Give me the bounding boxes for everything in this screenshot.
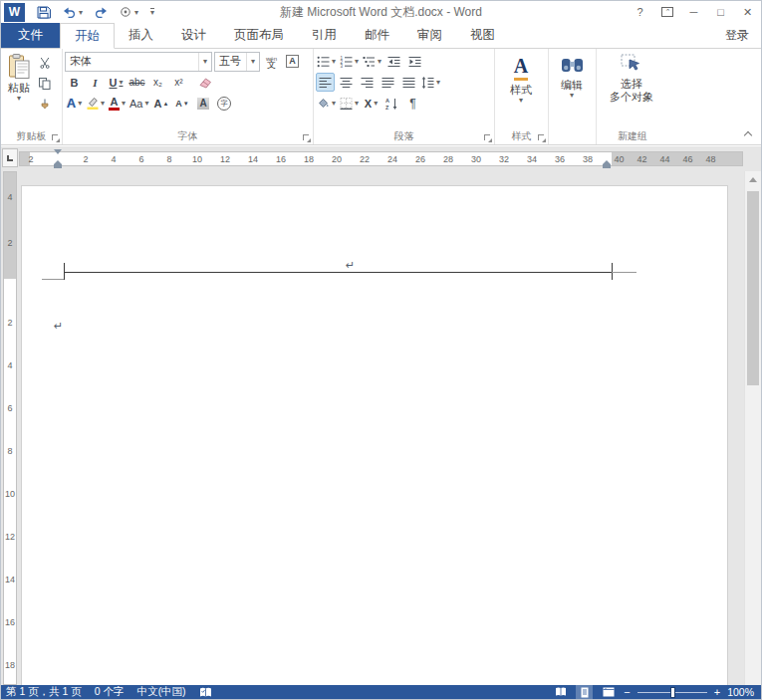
- phonetic-guide-button[interactable]: wén 文: [262, 52, 281, 71]
- format-painter-button[interactable]: [35, 95, 54, 114]
- change-case-button[interactable]: Aa: [128, 94, 149, 113]
- tab-references[interactable]: 引用: [298, 23, 351, 48]
- tab-mailings[interactable]: 邮件: [351, 23, 403, 48]
- multilevel-list-button[interactable]: [362, 52, 382, 71]
- vertical-scrollbar[interactable]: [744, 171, 761, 685]
- tab-home[interactable]: 开始: [60, 23, 115, 49]
- styles-button[interactable]: A 样式 ▾: [497, 51, 545, 127]
- zoom-slider[interactable]: [637, 692, 707, 693]
- collapse-ribbon-button[interactable]: [741, 127, 755, 139]
- bullets-button[interactable]: [316, 52, 337, 71]
- italic-button[interactable]: I: [86, 73, 105, 92]
- line-spacing-button[interactable]: [420, 73, 441, 92]
- minimize-button[interactable]: ─: [680, 1, 707, 23]
- vertical-ruler[interactable]: 42 24681012141618: [1, 171, 19, 685]
- print-layout-view-button[interactable]: [576, 685, 593, 699]
- font-name-dropdown-arrow[interactable]: ▾: [198, 53, 211, 71]
- hanging-indent-marker[interactable]: [54, 160, 62, 168]
- language-status[interactable]: 中文(中国): [137, 685, 186, 699]
- page-number-status[interactable]: 第 1 页，共 1 页: [6, 685, 82, 699]
- clear-formatting-button[interactable]: [196, 73, 215, 92]
- highlight-button[interactable]: [86, 94, 106, 113]
- tab-review[interactable]: 审阅: [403, 23, 456, 48]
- ribbon: 粘贴 ▾ 剪贴板: [1, 49, 761, 145]
- font-dialog-launcher[interactable]: [302, 133, 311, 142]
- borders-button[interactable]: [339, 94, 360, 113]
- shading-bucket-icon: [317, 98, 330, 110]
- scrollbar-thumb[interactable]: [747, 191, 759, 385]
- proofing-status-button[interactable]: [199, 687, 212, 698]
- zoom-percentage[interactable]: 100%: [727, 686, 754, 698]
- select-multiple-objects-button[interactable]: 选择 多个对象: [599, 51, 664, 127]
- right-indent-marker[interactable]: [603, 160, 611, 168]
- character-border-button[interactable]: A: [283, 52, 302, 71]
- decrease-indent-button[interactable]: [384, 52, 403, 71]
- font-size-combo[interactable]: 五号▾: [214, 52, 260, 72]
- justify-icon: [381, 77, 394, 89]
- touch-mode-button[interactable]: [120, 6, 138, 18]
- font-name-combo[interactable]: 宋体▾: [65, 52, 212, 72]
- read-mode-view-button[interactable]: [552, 685, 569, 699]
- align-right-button[interactable]: [358, 73, 377, 92]
- increase-indent-button[interactable]: [405, 52, 424, 71]
- redo-button[interactable]: [95, 7, 108, 18]
- horizontal-ruler[interactable]: 2 2468101214161820222426283032343638 404…: [1, 146, 761, 171]
- tab-page-layout[interactable]: 页面布局: [220, 23, 298, 48]
- document-page[interactable]: ↵ ↵: [21, 185, 728, 685]
- web-layout-view-button[interactable]: [600, 685, 617, 699]
- align-left-button[interactable]: [316, 73, 335, 92]
- paragraph-mark-center: ↵: [346, 260, 355, 271]
- clipboard-dialog-launcher[interactable]: [51, 133, 60, 142]
- tab-insert[interactable]: 插入: [115, 23, 167, 48]
- enclose-characters-button[interactable]: 字: [215, 94, 234, 113]
- save-button[interactable]: [37, 6, 51, 19]
- scroll-up-arrow-icon[interactable]: [749, 177, 757, 182]
- ruler-numbers-main: 2468101214161820222426283032343638: [72, 151, 602, 166]
- grow-font-button[interactable]: A▲: [152, 94, 171, 113]
- show-hide-marks-button[interactable]: ¶: [403, 94, 422, 113]
- sort-button[interactable]: AZ: [382, 94, 401, 113]
- strikethrough-button[interactable]: abc: [127, 73, 146, 92]
- character-shading-button[interactable]: A: [194, 94, 213, 113]
- text-effects-button[interactable]: A: [65, 94, 84, 113]
- zoom-slider-thumb[interactable]: [670, 687, 675, 698]
- close-button[interactable]: ✕: [734, 1, 761, 23]
- superscript-button[interactable]: x²: [169, 73, 188, 92]
- paste-button[interactable]: 粘贴 ▾: [3, 51, 35, 127]
- maximize-button[interactable]: □: [707, 1, 734, 23]
- zoom-in-button[interactable]: +: [714, 687, 720, 698]
- text-effects-icon: A: [67, 96, 76, 111]
- asian-layout-button[interactable]: X: [362, 94, 381, 113]
- styles-dialog-launcher[interactable]: [537, 133, 546, 142]
- distribute-button[interactable]: [399, 73, 418, 92]
- undo-button[interactable]: [63, 7, 83, 18]
- align-center-button[interactable]: [337, 73, 356, 92]
- cut-button[interactable]: [35, 53, 54, 72]
- bold-button[interactable]: B: [65, 73, 84, 92]
- ribbon-display-options-icon: ⌃: [661, 7, 673, 17]
- tab-selector-button[interactable]: [2, 148, 18, 167]
- tab-design[interactable]: 设计: [167, 23, 220, 48]
- justify-button[interactable]: [379, 73, 397, 92]
- signin-link[interactable]: 登录: [713, 23, 761, 48]
- help-button[interactable]: ?: [627, 1, 653, 23]
- first-line-indent-marker[interactable]: [54, 149, 62, 154]
- tab-view[interactable]: 视图: [456, 23, 509, 48]
- horizontal-line[interactable]: [64, 272, 612, 273]
- font-size-dropdown-arrow[interactable]: ▾: [246, 53, 259, 71]
- copy-button[interactable]: [35, 74, 54, 93]
- subscript-button[interactable]: x₂: [148, 73, 167, 92]
- editing-button[interactable]: 编辑 ▾: [551, 51, 593, 127]
- ribbon-display-options-button[interactable]: ⌃: [653, 1, 680, 23]
- underline-button[interactable]: U: [107, 73, 126, 92]
- customize-qat-button[interactable]: ▾: [150, 8, 154, 16]
- eraser-icon: [199, 77, 212, 89]
- shrink-font-button[interactable]: A▼: [173, 94, 192, 113]
- paragraph-dialog-launcher[interactable]: [483, 133, 492, 142]
- zoom-out-button[interactable]: −: [624, 687, 630, 698]
- numbering-button[interactable]: 123: [339, 52, 360, 71]
- font-color-button[interactable]: A: [108, 94, 127, 113]
- word-count-status[interactable]: 0 个字: [95, 685, 125, 699]
- shading-button[interactable]: [316, 94, 337, 113]
- tab-file[interactable]: 文件: [1, 23, 60, 48]
